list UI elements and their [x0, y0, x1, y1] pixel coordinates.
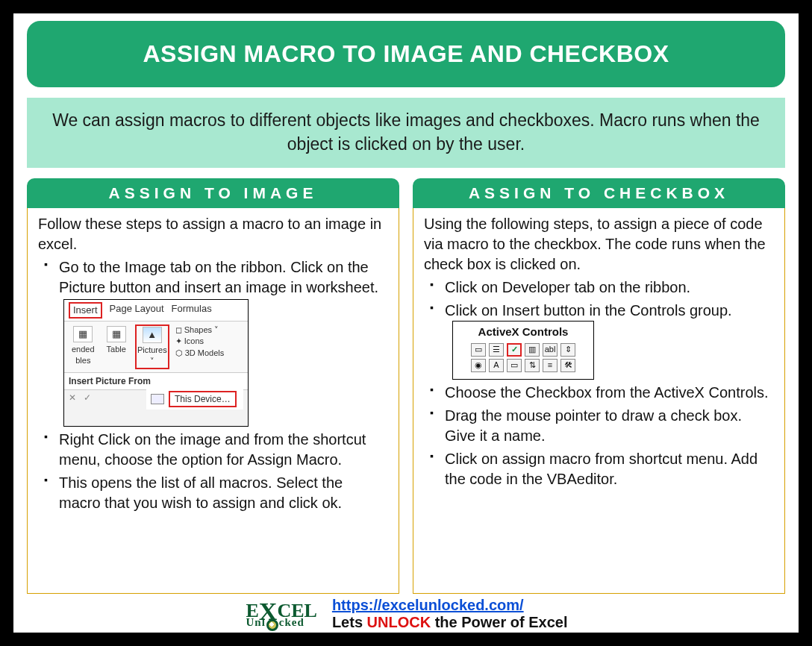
- ax-list-icon: ☰: [489, 343, 504, 357]
- image-step-1: Go to the Image tab on the ribbon. Click…: [38, 257, 388, 427]
- ribbon-tab-formulas: Formulas: [172, 302, 212, 319]
- checkbox-step-1: Click on Developer tab on the ribbon.: [424, 277, 774, 298]
- col-image-body: Follow these steps to assign a macro to …: [27, 208, 399, 594]
- columns: ASSIGN TO IMAGE Follow these steps to as…: [27, 178, 785, 594]
- formula-check-icon: ✓: [84, 392, 91, 404]
- icons-icon: ✦: [175, 336, 182, 345]
- page-container: ASSIGN MACRO TO IMAGE AND CHECKBOX We ca…: [13, 13, 799, 633]
- footer: EXCEL Unlcked https://excelunlocked.com/…: [27, 594, 785, 633]
- activex-mock: ActiveX Controls ▭ ☰ ✓ ▥ abl ⇕ ◉: [452, 321, 594, 379]
- image-step-2: Right Click on the image and from the sh…: [38, 430, 388, 470]
- ribbon-btn-table: ▦ Table: [104, 324, 129, 357]
- col-checkbox: ASSIGN TO CHECKBOX Using the following s…: [413, 178, 785, 594]
- ax-toggle-icon: ≡: [543, 359, 558, 372]
- shapes-icon: ◻: [175, 325, 182, 334]
- checkbox-step-2: Click on Insert button in the Controls g…: [424, 301, 774, 379]
- footer-tagline: Lets UNLOCK the Power of Excel: [332, 614, 568, 630]
- device-icon: [151, 394, 164, 404]
- ribbon-btn-pictures: ▲ Pictures ˅: [135, 324, 169, 369]
- ribbon-mock-insert: Insert Page Layout Formulas ▦ ended bles: [63, 299, 249, 427]
- image-step-1-text: Go to the Image tab on the ribbon. Click…: [59, 259, 378, 295]
- ribbon-sub: Insert Picture From: [64, 372, 248, 389]
- ax-text-icon: abl: [543, 343, 558, 357]
- ax-button-icon: ▭: [471, 343, 486, 357]
- ax-image-icon: ▭: [507, 359, 522, 372]
- image-step-3: This opens the list of all macros. Selec…: [38, 473, 388, 513]
- ax-combo-icon: ▥: [525, 343, 540, 357]
- ribbon-side-items: ◻ Shapes ˅ ✦ Icons ⬡ 3D Models: [175, 324, 225, 359]
- ax-scroll-icon: ⇕: [560, 343, 575, 357]
- col-checkbox-body: Using the following steps, to assign a p…: [413, 208, 785, 594]
- footer-text: https://excelunlocked.com/ Lets UNLOCK t…: [332, 597, 568, 631]
- col-checkbox-heading: ASSIGN TO CHECKBOX: [413, 178, 785, 208]
- checkbox-step-2-text: Click on Insert button in the Controls g…: [445, 302, 732, 319]
- ax-more-icon: 🛠: [560, 359, 575, 372]
- intro-text: We can assign macros to different object…: [27, 98, 785, 168]
- table-icon: ▦: [107, 326, 126, 342]
- checkbox-step-5: Click on assign macro from shortcut menu…: [424, 449, 774, 489]
- ribbon-tab-insert: Insert: [69, 302, 102, 319]
- pivot-icon: ▦: [73, 326, 93, 342]
- ribbon-tab-pagelayout: Page Layout: [110, 302, 164, 319]
- checkbox-step-3: Choose the Checkbox from the ActiveX Con…: [424, 383, 774, 403]
- ax-label-icon: A: [489, 359, 504, 372]
- logo: EXCEL Unlcked: [245, 598, 317, 630]
- checkbox-step-4: Drag the mouse pointer to draw a check b…: [424, 406, 774, 446]
- models-icon: ⬡: [175, 348, 183, 357]
- pictures-icon: ▲: [143, 327, 162, 343]
- ax-checkbox-icon: ✓: [507, 343, 522, 357]
- ax-spin-icon: ⇅: [525, 359, 540, 372]
- checkbox-lead: Using the following steps, to assign a p…: [424, 214, 774, 275]
- ax-option-icon: ◉: [471, 359, 486, 372]
- page-title: ASSIGN MACRO TO IMAGE AND CHECKBOX: [27, 21, 785, 87]
- image-lead: Follow these steps to assign a macro to …: [38, 214, 388, 254]
- footer-link[interactable]: https://excelunlocked.com/: [332, 597, 524, 613]
- formula-x-icon: ✕: [69, 392, 76, 404]
- activex-title: ActiveX Controls: [459, 324, 587, 339]
- col-image: ASSIGN TO IMAGE Follow these steps to as…: [27, 178, 399, 594]
- ribbon-this-device: This Device…: [169, 391, 237, 407]
- key-icon: [266, 619, 278, 631]
- col-image-heading: ASSIGN TO IMAGE: [27, 178, 399, 208]
- ribbon-btn-ended: ▦ ended bles: [69, 324, 98, 368]
